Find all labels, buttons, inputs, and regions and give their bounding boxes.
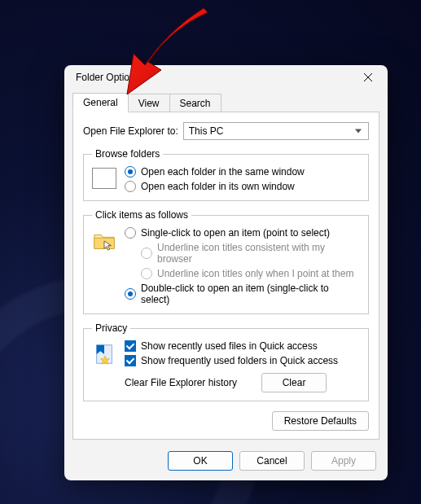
privacy-group: Privacy Show recently used files in Quic… — [83, 322, 369, 401]
clear-button[interactable]: Clear — [261, 373, 327, 392]
radio-same-window[interactable]: Open each folder in the same window — [125, 166, 360, 177]
folder-cursor-icon — [92, 229, 116, 253]
open-explorer-label: Open File Explorer to: — [83, 125, 178, 137]
radio-icon — [125, 181, 136, 192]
radio-icon — [141, 248, 152, 259]
click-items-legend: Click items as follows — [92, 209, 191, 221]
quick-access-icon — [92, 342, 116, 366]
ok-button[interactable]: OK — [168, 451, 233, 471]
click-items-group: Click items as follows Single-click to o… — [83, 209, 369, 314]
radio-underline-point: Underline icon titles only when I point … — [141, 268, 360, 279]
browse-folders-group: Browse folders Open each folder in the s… — [83, 148, 369, 201]
titlebar: Folder Options — [64, 65, 388, 90]
close-icon — [364, 73, 372, 81]
tabpage-general: Open File Explorer to: This PC Browse fo… — [72, 112, 379, 440]
radio-icon — [125, 288, 136, 300]
radio-underline-browser: Underline icon titles consistent with my… — [141, 242, 360, 265]
checkbox-icon — [125, 355, 136, 366]
cancel-button[interactable]: Cancel — [239, 451, 305, 471]
open-explorer-combo[interactable]: This PC — [183, 122, 369, 140]
clear-history-label: Clear File Explorer history — [125, 377, 237, 388]
radio-icon — [125, 166, 136, 177]
open-explorer-value: This PC — [189, 125, 224, 137]
radio-single-click[interactable]: Single-click to open an item (point to s… — [125, 227, 360, 239]
radio-icon — [125, 227, 136, 239]
checkbox-icon — [125, 340, 136, 352]
radio-icon — [141, 268, 152, 279]
tab-general[interactable]: General — [72, 93, 129, 112]
radio-double-click[interactable]: Double-click to open an item (single-cli… — [125, 283, 360, 305]
restore-defaults-button[interactable]: Restore Defaults — [272, 411, 369, 431]
tabstrip: General View Search — [64, 90, 388, 112]
radio-own-window[interactable]: Open each folder in its own window — [125, 181, 360, 192]
check-recent-files[interactable]: Show recently used files in Quick access — [125, 340, 360, 352]
folder-options-dialog: Folder Options General View Search Open … — [64, 65, 388, 480]
tab-search[interactable]: Search — [169, 94, 221, 113]
close-button[interactable] — [350, 65, 386, 90]
privacy-legend: Privacy — [92, 322, 130, 334]
apply-button[interactable]: Apply — [311, 451, 376, 471]
check-freq-folders[interactable]: Show frequently used folders in Quick ac… — [125, 355, 360, 366]
window-icon — [92, 168, 116, 189]
window-title: Folder Options — [76, 72, 140, 83]
browse-folders-legend: Browse folders — [92, 148, 163, 160]
tab-view[interactable]: View — [128, 94, 170, 113]
dialog-footer: OK Cancel Apply — [64, 445, 388, 480]
